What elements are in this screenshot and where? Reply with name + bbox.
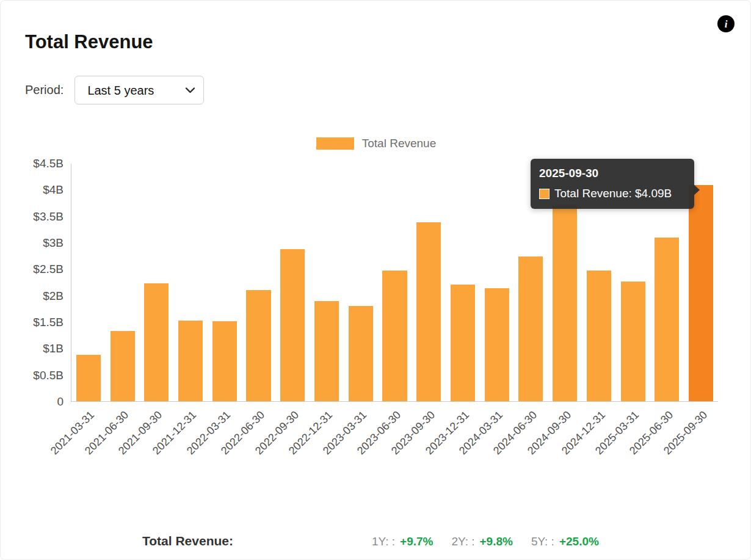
bar-2021-12-31[interactable] [178,321,203,401]
bar-2025-06-30[interactable] [655,238,679,401]
tooltip-value: Total Revenue: $4.09B [554,187,672,200]
stat-5y-value: +25.0% [559,535,599,548]
tooltip-series-swatch [539,189,550,199]
stat-1y-label: 1Y: : [372,535,395,548]
bar-2025-03-31[interactable] [621,282,645,401]
period-select-wrap: Last 5 years [74,76,204,104]
period-label: Period: [25,83,63,97]
page-title: Total Revenue [25,31,153,53]
info-icon: i [725,19,728,29]
bar-2023-03-31[interactable] [349,306,373,401]
bar-slot [139,164,173,401]
bar-slot [106,164,140,401]
stat-5y: 5Y: : +25.0% [531,535,599,548]
bar-2021-06-30[interactable] [111,331,135,401]
bar-2022-09-30[interactable] [280,249,305,401]
revenue-card: Total Revenue i Period: Last 5 years Tot… [0,0,751,560]
period-row: Period: Last 5 years [25,76,204,104]
stat-5y-label: 5Y: : [531,535,554,548]
y-axis: 0$0.5B$1B$1.5B$2B$2.5B$3B$3.5B$4B$4.5B [1,164,65,402]
tooltip-arrow [694,184,700,195]
stat-2y: 2Y: : +9.8% [451,535,512,548]
info-button[interactable]: i [717,15,735,32]
bar-slot [480,164,514,401]
bar-2022-03-31[interactable] [212,321,237,401]
stat-1y: 1Y: : +9.7% [372,535,433,548]
bar-slot [242,164,276,401]
bar-slot [344,164,378,401]
bar-slot [71,164,106,401]
chart-tooltip: 2025-09-30 Total Revenue: $4.09B [531,159,694,209]
bar-slot [310,164,344,401]
y-axis-label: $3.5B [33,210,63,224]
tooltip-date: 2025-09-30 [539,167,686,180]
bar-2023-12-31[interactable] [451,285,475,401]
footer-series-label: Total Revenue: [142,534,233,548]
stat-2y-label: 2Y: : [451,535,474,548]
y-axis-label: $2B [43,289,63,303]
y-axis-label: $1.5B [33,316,63,329]
bar-slot [378,164,412,401]
chart-legend: Total Revenue [1,137,751,150]
bar-2021-03-31[interactable] [76,355,101,401]
bar-2023-06-30[interactable] [382,271,407,401]
bar-slot [446,164,480,401]
bar-slot [208,164,242,401]
stat-1y-value: +9.7% [400,535,433,548]
bar-2023-09-30[interactable] [416,222,441,401]
footer-stats: 1Y: : +9.7% 2Y: : +9.8% 5Y: : +25.0% [372,535,599,548]
tooltip-row: Total Revenue: $4.09B [539,187,686,200]
bar-2024-03-31[interactable] [485,288,509,401]
y-axis-label: $2.5B [33,263,63,276]
legend-item-total-revenue[interactable]: Total Revenue [316,137,436,150]
footer-stats-row: Total Revenue: 1Y: : +9.7% 2Y: : +9.8% 5… [1,533,751,551]
bar-2021-09-30[interactable] [144,283,169,401]
bar-2024-12-31[interactable] [587,271,611,401]
bar-2025-09-30[interactable] [689,185,713,401]
y-axis-label: $4B [43,183,63,197]
revenue-chart: Total Revenue 0$0.5B$1B$1.5B$2B$2.5B$3B$… [1,129,751,483]
period-select[interactable]: Last 5 years [74,76,204,104]
bar-2024-09-30[interactable] [553,205,577,401]
stat-2y-value: +9.8% [479,535,512,548]
x-axis: 2021-03-312021-06-302021-09-302021-12-31… [71,405,718,481]
y-axis-label: $4.5B [33,157,63,170]
bar-slot [173,164,208,401]
legend-swatch [316,137,354,150]
y-axis-label: $0.5B [33,369,63,382]
y-axis-label: 0 [57,395,63,409]
bar-2022-12-31[interactable] [314,301,339,401]
y-axis-label: $3B [43,236,63,250]
bar-slot [275,164,310,401]
bar-2022-06-30[interactable] [246,290,270,401]
y-axis-label: $1B [43,342,63,355]
legend-label: Total Revenue [362,137,436,150]
bar-2024-06-30[interactable] [518,256,543,401]
bar-slot [412,164,446,401]
